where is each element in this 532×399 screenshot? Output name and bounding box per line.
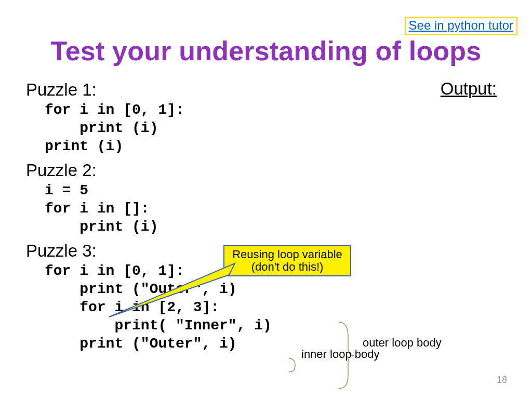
python-tutor-link-box: See in python tutor [405, 17, 517, 35]
python-tutor-link[interactable]: See in python tutor [409, 18, 513, 32]
puzzle-2-code: i = 5 for i in []: print (i) [45, 181, 494, 236]
inner-loop-body-label: inner loop body [301, 348, 379, 361]
puzzle-2-heading: Puzzle 2: [26, 161, 494, 180]
callout-text: Reusing loop variable (don't do this!) [232, 248, 342, 273]
callout-reusing-loop-variable: Reusing loop variable (don't do this!) [223, 245, 351, 276]
page-number: 18 [497, 375, 507, 385]
slide-body: Puzzle 1: for i in [0, 1]: print (i) pri… [26, 80, 494, 358]
slide: See in python tutor Test your understand… [0, 0, 532, 399]
page-title: Test your understanding of loops [0, 35, 532, 66]
outer-loop-body-label: outer loop body [363, 337, 442, 350]
puzzle-1-code: for i in [0, 1]: print (i) print (i) [45, 101, 494, 155]
puzzle-1-heading: Puzzle 1: [26, 80, 494, 100]
